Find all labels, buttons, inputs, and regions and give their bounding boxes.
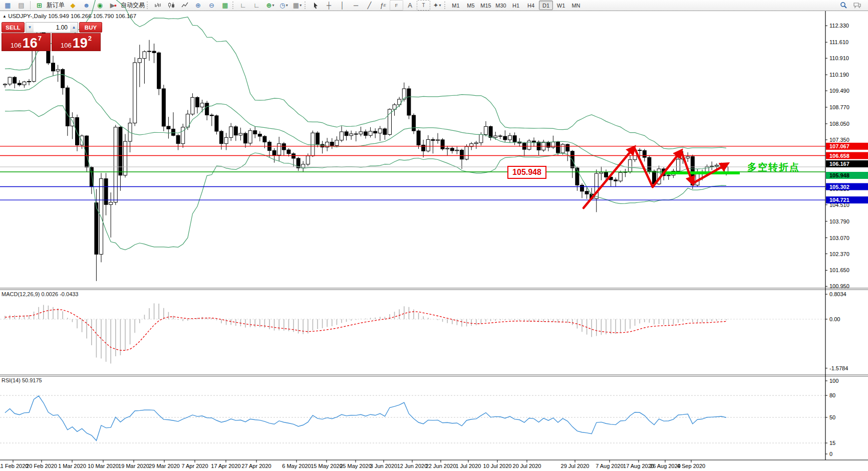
candle-body (345, 132, 348, 136)
candle-body (484, 126, 488, 134)
candle-body (104, 179, 108, 205)
macd-signal-line (5, 310, 726, 351)
candle-body (566, 144, 569, 151)
sell-button[interactable]: SELL (2, 22, 25, 33)
buy-button[interactable]: BUY (79, 22, 102, 33)
price-badge-label: 106.658 (829, 153, 849, 159)
chart-title-text: USDJPY-,Daily 105.949 106.266 105.790 10… (8, 13, 136, 19)
candle-body (581, 185, 584, 191)
time-tick-label: 27 Apr 2020 (241, 463, 271, 469)
macd-tick-label: 0.8034 (829, 291, 846, 297)
macd-indicator-label: MACD(12,26,9) 0.0026 -0.0433 (2, 291, 78, 297)
candle-body (426, 139, 430, 151)
sell-price-panel[interactable]: 106 16 7 (2, 33, 51, 51)
candle-body (244, 133, 247, 143)
price-tick-label: 110.190 (829, 72, 849, 78)
candle-body (489, 126, 492, 137)
candle-body (157, 53, 161, 89)
candle-body (13, 77, 17, 83)
volume-down-button[interactable]: ▼ (26, 23, 34, 32)
candle-body (172, 129, 175, 135)
candle-body (359, 132, 363, 134)
candle-body (66, 88, 69, 126)
buy-price-prefix: 106 (61, 42, 72, 49)
time-tick-label: 25 May 2020 (340, 463, 372, 469)
candle-body (498, 136, 502, 136)
candle-body (302, 164, 305, 168)
candle-body (605, 172, 608, 177)
candle-body (369, 131, 372, 135)
candle-body (205, 103, 209, 115)
rsi-tick-label: 0 (829, 451, 832, 457)
sell-price-prefix: 106 (11, 42, 22, 49)
candle-body (354, 134, 358, 134)
rsi-tick-label: 15 (829, 440, 835, 446)
time-tick-label: 3 Jun 2020 (370, 463, 397, 469)
time-tick-label: 7 Aug 2020 (596, 463, 624, 469)
price-badge-label: 105.948 (829, 172, 849, 178)
time-tick-label: 1 Jul 2020 (456, 463, 481, 469)
candle-body (479, 134, 483, 142)
time-tick-label: 7 Apr 2020 (181, 463, 208, 469)
price-badge-label: 106.167 (829, 161, 849, 167)
candle-body (114, 127, 117, 202)
candle-body (52, 63, 55, 71)
candle-body (417, 131, 420, 145)
time-tick-label: 11 Feb 2020 (0, 463, 28, 469)
volume-value[interactable]: 1.00 (34, 23, 70, 32)
buy-price-sup: 2 (88, 34, 92, 42)
volume-up-button[interactable]: ▲ (70, 23, 78, 32)
time-tick-label: 19 Mar 2020 (118, 463, 149, 469)
candle-body (148, 51, 151, 52)
price-chart-svg[interactable]: 112.330111.610110.910110.190109.490108.7… (0, 0, 868, 471)
turning-point-annotation[interactable]: 多空转折点 (747, 161, 800, 174)
candle-body (340, 132, 344, 140)
sell-price-big: 16 (23, 37, 38, 49)
macd-tick-label: 0.00 (829, 316, 840, 322)
candle-body (330, 142, 334, 146)
candle-body (710, 166, 714, 166)
candle-body (619, 172, 622, 181)
candle-body (248, 131, 252, 143)
candle-body (407, 89, 411, 115)
candle-body (532, 141, 536, 142)
candle-body (47, 49, 50, 63)
price-tick-label: 101.650 (829, 267, 849, 273)
candle-body (56, 70, 60, 71)
price-tick-label: 111.610 (829, 39, 848, 45)
price-tick-label: 107.350 (829, 137, 849, 143)
candle-body (374, 131, 377, 133)
candle-body (450, 148, 454, 151)
buy-price-panel[interactable]: 106 19 2 (52, 33, 101, 51)
candle-body (629, 160, 632, 172)
candle-body (191, 97, 194, 114)
price-badge-label: 107.067 (829, 143, 849, 149)
candle-body (133, 63, 137, 123)
time-tick-label: 10 Jul 2020 (483, 463, 512, 469)
candle-body (503, 136, 507, 140)
candle-body (8, 77, 12, 84)
symbol-marker-icon: ▲ (3, 14, 7, 19)
candle-body (253, 131, 257, 134)
price-annotation-box[interactable]: 105.948 (507, 166, 546, 179)
candle-body (181, 127, 185, 144)
volume-stepper: ▼ 1.00 ▲ (26, 22, 78, 33)
candle-body (292, 154, 296, 158)
candle-body (215, 116, 218, 131)
time-tick-label: 22 Jun 2020 (426, 463, 456, 469)
candle-body (138, 59, 141, 63)
price-tick-label: 112.330 (829, 23, 849, 29)
candle-body (162, 89, 165, 126)
price-tick-label: 108.770 (829, 104, 849, 110)
candle-body (200, 103, 204, 107)
candle-body (229, 127, 233, 137)
candle-body (585, 191, 589, 194)
price-tick-label: 109.490 (829, 88, 849, 94)
zigzag-trend-segment[interactable] (584, 147, 634, 208)
candle-body (383, 129, 387, 134)
candle-body (167, 126, 170, 129)
candle-body (316, 133, 320, 144)
candle-body (18, 83, 21, 85)
candle-body (556, 142, 560, 153)
time-tick-label: 6 May 2020 (282, 463, 311, 469)
